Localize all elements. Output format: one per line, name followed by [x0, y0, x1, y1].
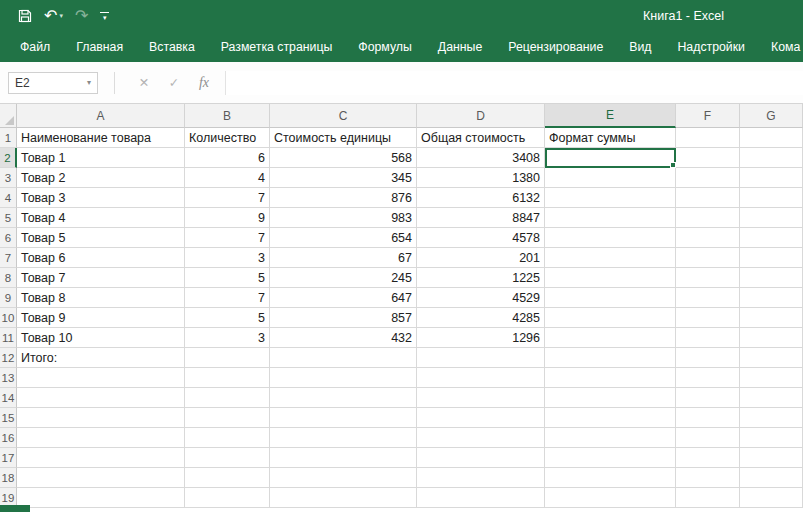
cell-D10[interactable]: 4285 — [417, 308, 545, 328]
cell-F6[interactable] — [676, 228, 740, 248]
cell-G9[interactable] — [740, 288, 803, 308]
cell-E10[interactable] — [545, 308, 676, 328]
cell-G12[interactable] — [740, 348, 803, 368]
cell-B8[interactable]: 5 — [185, 268, 270, 288]
formula-input[interactable] — [225, 71, 803, 95]
cell-F12[interactable] — [676, 348, 740, 368]
undo-icon[interactable]: ↶ ▾ — [44, 8, 63, 24]
cell-F9[interactable] — [676, 288, 740, 308]
cell-F10[interactable] — [676, 308, 740, 328]
row-header-7[interactable]: 7 — [0, 248, 17, 268]
name-box[interactable]: E2 ▾ — [8, 72, 98, 94]
cell-E14[interactable] — [545, 388, 676, 408]
cell-C17[interactable] — [270, 448, 417, 468]
cell-F17[interactable] — [676, 448, 740, 468]
ribbon-tab[interactable]: Разметка страницы — [208, 32, 346, 62]
cell-B12[interactable] — [185, 348, 270, 368]
cell-C11[interactable]: 432 — [270, 328, 417, 348]
cell-G13[interactable] — [740, 368, 803, 388]
ribbon-tab[interactable]: Файл — [7, 32, 63, 62]
cell-A7[interactable]: Товар 6 — [17, 248, 185, 268]
cell-A12[interactable]: Итого: — [17, 348, 185, 368]
cell-C14[interactable] — [270, 388, 417, 408]
cell-G16[interactable] — [740, 428, 803, 448]
cell-B11[interactable]: 3 — [185, 328, 270, 348]
cell-F4[interactable] — [676, 188, 740, 208]
cell-B4[interactable]: 7 — [185, 188, 270, 208]
cell-D9[interactable]: 4529 — [417, 288, 545, 308]
row-header-9[interactable]: 9 — [0, 288, 17, 308]
cell-E11[interactable] — [545, 328, 676, 348]
cell-F18[interactable] — [676, 468, 740, 488]
cell-B16[interactable] — [185, 428, 270, 448]
cell-E19[interactable] — [545, 488, 676, 508]
cell-E12[interactable] — [545, 348, 676, 368]
cell-E16[interactable] — [545, 428, 676, 448]
cell-C10[interactable]: 857 — [270, 308, 417, 328]
cell-F14[interactable] — [676, 388, 740, 408]
cell-E9[interactable] — [545, 288, 676, 308]
insert-function-icon[interactable]: fx — [189, 72, 219, 94]
cell-C9[interactable]: 647 — [270, 288, 417, 308]
column-header-C[interactable]: C — [270, 104, 417, 128]
cell-B2[interactable]: 6 — [185, 148, 270, 168]
cell-A4[interactable]: Товар 3 — [17, 188, 185, 208]
cell-F15[interactable] — [676, 408, 740, 428]
row-header-8[interactable]: 8 — [0, 268, 17, 288]
chevron-down-icon[interactable]: ▾ — [87, 78, 91, 87]
cell-B7[interactable]: 3 — [185, 248, 270, 268]
row-header-2[interactable]: 2 — [0, 148, 17, 168]
cell-A5[interactable]: Товар 4 — [17, 208, 185, 228]
cell-D1[interactable]: Общая стоимость — [417, 128, 545, 148]
cell-F1[interactable] — [676, 128, 740, 148]
cell-D17[interactable] — [417, 448, 545, 468]
cell-C2[interactable]: 568 — [270, 148, 417, 168]
cell-B19[interactable] — [185, 488, 270, 508]
cell-G10[interactable] — [740, 308, 803, 328]
customize-quick-access-icon[interactable]: ▾ — [100, 12, 109, 21]
cell-D14[interactable] — [417, 388, 545, 408]
column-header-B[interactable]: B — [185, 104, 270, 128]
cell-E7[interactable] — [545, 248, 676, 268]
cell-A3[interactable]: Товар 2 — [17, 168, 185, 188]
cell-G6[interactable] — [740, 228, 803, 248]
row-header-17[interactable]: 17 — [0, 448, 17, 468]
cell-D11[interactable]: 1296 — [417, 328, 545, 348]
ribbon-tab[interactable]: Вид — [616, 32, 664, 62]
cell-F13[interactable] — [676, 368, 740, 388]
row-header-12[interactable]: 12 — [0, 348, 17, 368]
cell-B13[interactable] — [185, 368, 270, 388]
cell-D7[interactable]: 201 — [417, 248, 545, 268]
cell-A2[interactable]: Товар 1 — [17, 148, 185, 168]
ribbon-tab[interactable]: Данные — [425, 32, 495, 62]
row-header-6[interactable]: 6 — [0, 228, 17, 248]
cell-D6[interactable]: 4578 — [417, 228, 545, 248]
cell-F8[interactable] — [676, 268, 740, 288]
ribbon-tab[interactable]: Главная — [63, 32, 136, 62]
cell-A10[interactable]: Товар 9 — [17, 308, 185, 328]
cell-E17[interactable] — [545, 448, 676, 468]
cell-A6[interactable]: Товар 5 — [17, 228, 185, 248]
cell-D2[interactable]: 3408 — [417, 148, 545, 168]
cell-F11[interactable] — [676, 328, 740, 348]
cell-E6[interactable] — [545, 228, 676, 248]
cell-D5[interactable]: 8847 — [417, 208, 545, 228]
cell-G7[interactable] — [740, 248, 803, 268]
ribbon-tab[interactable]: Рецензирование — [495, 32, 616, 62]
cell-B6[interactable]: 7 — [185, 228, 270, 248]
cell-C7[interactable]: 67 — [270, 248, 417, 268]
cell-A15[interactable] — [17, 408, 185, 428]
cell-C4[interactable]: 876 — [270, 188, 417, 208]
cell-F7[interactable] — [676, 248, 740, 268]
cell-F16[interactable] — [676, 428, 740, 448]
redo-icon[interactable]: ↷ — [75, 8, 88, 24]
row-header-15[interactable]: 15 — [0, 408, 17, 428]
cell-D16[interactable] — [417, 428, 545, 448]
cell-G5[interactable] — [740, 208, 803, 228]
cell-B18[interactable] — [185, 468, 270, 488]
cell-B17[interactable] — [185, 448, 270, 468]
cell-C16[interactable] — [270, 428, 417, 448]
cell-A19[interactable] — [17, 488, 185, 508]
row-header-11[interactable]: 11 — [0, 328, 17, 348]
column-header-A[interactable]: A — [17, 104, 185, 128]
